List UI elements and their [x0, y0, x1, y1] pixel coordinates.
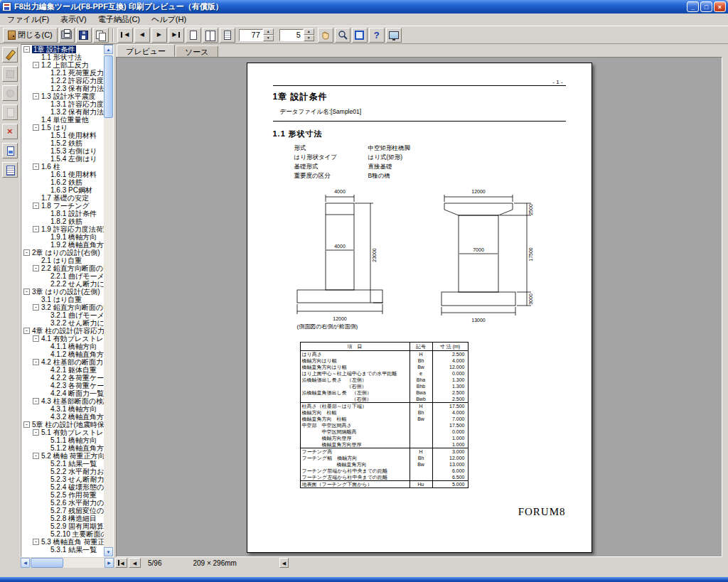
tree-item-label[interactable]: 1.5.2 鉄筋 — [50, 139, 82, 147]
tree-item[interactable]: 3.2.2 せん断力に対 — [21, 319, 104, 327]
menu-item[interactable]: ファイル(F) — [1, 13, 55, 26]
tree-item-label[interactable]: 5.1 有効プレストレス — [41, 429, 104, 436]
tree-item-label[interactable]: 5.2.7 残留変位の照 — [50, 507, 104, 514]
prev-page-button[interactable]: ◀ — [134, 28, 150, 43]
tree-expand-toggle[interactable]: - — [23, 328, 30, 334]
tree-item-label[interactable]: 2.2.2 せん断力に対 — [50, 280, 104, 288]
tree-item-label[interactable]: 5.1.1 橋軸方向 — [50, 436, 97, 444]
tree-item[interactable]: 5.2.8 構造細目 — [21, 514, 104, 522]
tree-item-label[interactable]: 1.8 フーチング — [41, 202, 90, 210]
tree-item-label[interactable]: 1.6 柱 — [41, 163, 60, 171]
tree-item[interactable]: 1.8.1 設計条件 — [21, 210, 104, 217]
help-button[interactable]: ? — [369, 28, 385, 43]
tree-item[interactable]: -3章 はりの設計(左側) — [21, 288, 104, 296]
tree-item-label[interactable]: 1.6.3 PC鋼材 — [50, 186, 92, 194]
tree-item-label[interactable]: 1.5.1 使用材料 — [50, 131, 97, 139]
menu-item[interactable]: 電子納品(C) — [92, 13, 146, 26]
tree-expand-toggle[interactable]: - — [23, 46, 30, 53]
tree-item-label[interactable]: 4.2.3 各荷重ケース — [50, 382, 104, 389]
tree-expand-toggle[interactable]: - — [33, 265, 39, 271]
tree-expand-toggle[interactable]: - — [33, 203, 39, 209]
tree-item[interactable]: 5.2.2 水平耐力およ — [21, 468, 104, 475]
display-settings-button[interactable] — [386, 28, 402, 43]
tree-item[interactable]: 1.6.1 使用材料 — [21, 171, 104, 178]
save-button[interactable] — [76, 28, 92, 43]
tree-item-label[interactable]: 1.3.1 許容応力度法 — [50, 100, 104, 108]
tree-item-label[interactable]: 1章 設計条件 — [32, 45, 76, 53]
tree-item-label[interactable]: 1.7 基礎の安定 — [41, 194, 89, 202]
tree-item[interactable]: 3.1 はり自重 — [21, 296, 104, 303]
tree-item[interactable]: -2章 はりの設計(右側) — [21, 249, 104, 257]
zoom-down-button[interactable]: ▼ — [263, 35, 274, 41]
tree-item-label[interactable]: 4.2 柱基部の断面力 — [41, 358, 103, 366]
tree-item-label[interactable]: 2章 はりの設計(右側) — [32, 249, 100, 257]
delete-annotation-tool-button[interactable] — [2, 124, 18, 139]
tree-item-label[interactable]: 5.2.1 結果一覧 — [50, 460, 97, 468]
tree-item-label[interactable]: 4.3.2 橋軸直角方向 — [50, 413, 104, 421]
tree-item[interactable]: -5.2 橋軸 荷重正方向 — [21, 452, 104, 460]
tree-item[interactable]: 1.1 形状寸法 — [21, 53, 104, 61]
tree-item[interactable]: 5.2.3 せん断耐力 — [21, 475, 104, 483]
tree-expand-toggle[interactable]: - — [33, 398, 39, 404]
tree-item[interactable]: -1.9 許容応力度法荷重 — [21, 225, 104, 233]
tree-item-label[interactable]: 4.1 有効プレストレス — [41, 335, 104, 343]
tree-expand-toggle[interactable]: - — [23, 289, 30, 295]
menu-item[interactable]: ヘルプ(H) — [146, 13, 192, 26]
text-page-view-button[interactable] — [220, 28, 235, 43]
status-scroll-button[interactable]: ◀ — [279, 558, 289, 568]
tree-item[interactable]: 5.2.10 主要断面の照 — [21, 530, 104, 538]
tree-item[interactable]: -1.5 はり — [21, 124, 104, 131]
tree-item-label[interactable]: 1.8.1 設計条件 — [50, 210, 97, 217]
last-page-button[interactable]: ▶ — [168, 28, 184, 43]
tree-expand-toggle[interactable]: - — [33, 359, 39, 365]
tree-item[interactable]: -4.1 有効プレストレス — [21, 335, 104, 343]
tree-item[interactable]: -5.1 有効プレストレス — [21, 429, 104, 436]
tree-expand-toggle[interactable]: - — [33, 304, 39, 311]
tree-expand-toggle[interactable]: - — [33, 93, 39, 99]
pan-tool-button[interactable] — [318, 28, 333, 43]
tree-item[interactable]: 1.2.2 許容応力度法 — [21, 77, 104, 85]
tree-item-label[interactable]: 5.2.6 水平耐力の照 — [50, 499, 104, 507]
tree-item[interactable]: 1.5.4 左側はり — [21, 155, 104, 163]
tree-item-label[interactable]: 1.2 上部工反力 — [41, 61, 89, 69]
tree-item[interactable]: 5.1.1 橋軸方向 — [21, 436, 104, 444]
tree-item[interactable]: 1.3.2 保有耐力法 — [21, 108, 104, 116]
tree-item[interactable]: 1.5.1 使用材料 — [21, 131, 104, 139]
tree-item-label[interactable]: 1.9.1 橋軸方向 — [50, 233, 97, 241]
tree-item-label[interactable]: 1.2.2 許容応力度法 — [50, 77, 104, 85]
tree-item[interactable]: 2.2.2 せん断力に対 — [21, 280, 104, 288]
tab-preview[interactable]: プレビュー — [117, 44, 175, 57]
first-page-button[interactable]: ◀ — [117, 28, 133, 43]
tree-item-label[interactable]: 1.5 はり — [41, 124, 68, 131]
scroll-right-button[interactable]: ▶ — [105, 558, 114, 568]
tree-item[interactable]: 4.1.1 橋軸方向 — [21, 343, 104, 350]
tree-item-label[interactable]: 4.2.1 躯体自重 — [50, 366, 97, 374]
tree-item[interactable]: -3.2 鉛直方向断面の照 — [21, 303, 104, 311]
tree-item-label[interactable]: 1.2.1 死荷重反力およ — [50, 69, 104, 77]
tree-item-label[interactable]: 5.2.3 せん断耐力 — [50, 475, 104, 483]
page-list-tool-button[interactable] — [2, 162, 18, 178]
zoom-tool-button[interactable] — [335, 28, 350, 43]
tree-item-label[interactable]: 1.3.2 保有耐力法 — [50, 108, 104, 116]
tree-item[interactable]: -5.3 橋軸直角 荷重正 — [21, 538, 104, 546]
tree-item-label[interactable]: 3章 はりの設計(左側) — [32, 288, 100, 296]
page-up-button[interactable]: ▲ — [304, 28, 314, 35]
tree-item-label[interactable]: 2.1 はり自重 — [41, 257, 82, 264]
tree-item[interactable]: 5.2.6 水平耐力の照 — [21, 499, 104, 507]
tree-item[interactable]: -2.2 鉛直方向断面の照 — [21, 264, 104, 272]
maximize-button[interactable]: □ — [700, 1, 712, 12]
tree-expand-toggle[interactable]: - — [33, 335, 39, 342]
minimize-button[interactable]: _ — [687, 1, 699, 12]
tree-item[interactable]: 1.6.3 PC鋼材 — [21, 186, 104, 194]
single-page-view-button[interactable] — [186, 28, 201, 43]
tree-item-label[interactable]: 4.1.2 橋軸直角方向 — [50, 350, 104, 358]
tree-item[interactable]: 5.2.4 破壊形態の判定 — [21, 483, 104, 491]
tree-item[interactable]: 5.2.1 結果一覧 — [21, 460, 104, 468]
tree-item[interactable]: 5.2.7 残留変位の照 — [21, 507, 104, 514]
tree-item[interactable]: 1.2.1 死荷重反力およ — [21, 69, 104, 77]
tree-item[interactable]: 1.9.1 橋軸方向 — [21, 233, 104, 241]
tree-expand-toggle[interactable]: - — [33, 429, 39, 436]
tree-expand-toggle[interactable]: - — [33, 62, 39, 68]
tree-item[interactable]: 5.2.9 固有周期算定 — [21, 522, 104, 530]
preview-area[interactable]: - 1 - 1章 設計条件 データファイル名:[Sample01] 1.1 形状… — [116, 57, 722, 557]
